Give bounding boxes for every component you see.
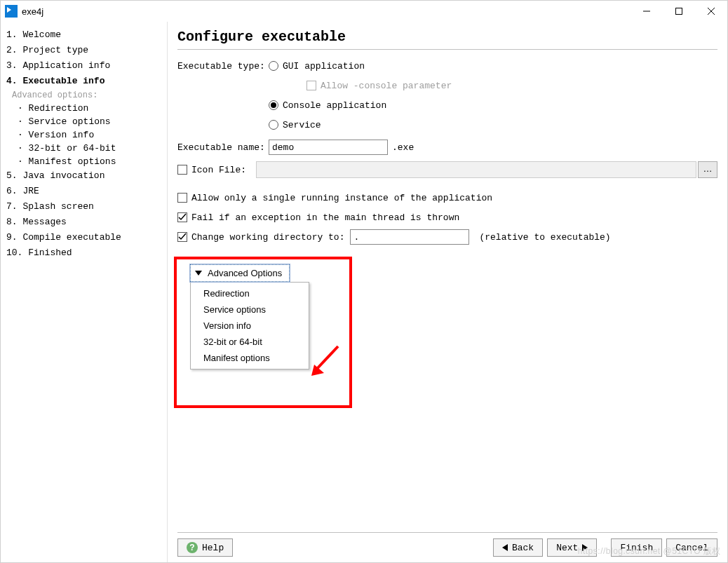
help-button[interactable]: ? Help <box>177 538 233 557</box>
executable-type-label: Executable type: <box>177 61 269 72</box>
exe-suffix: .exe <box>392 142 414 153</box>
step-messages[interactable]: 8. Messages <box>5 215 163 230</box>
radio-console-label: Console application <box>283 100 386 111</box>
change-working-dir-label: Change working directory to: <box>191 232 344 243</box>
help-icon: ? <box>187 542 198 553</box>
window-title: exe4j <box>22 6 43 17</box>
cancel-button[interactable]: Cancel <box>666 538 717 557</box>
single-instance-label: Allow only a single running instance of … <box>191 193 492 203</box>
back-button[interactable]: Back <box>493 538 543 557</box>
checkbox-allow-console-param <box>306 81 316 90</box>
menu-item-version-info[interactable]: Version info <box>191 318 309 334</box>
radio-service-label: Service <box>283 120 321 130</box>
checkbox-icon-file[interactable] <box>177 165 187 175</box>
checkbox-single-instance[interactable] <box>177 193 187 203</box>
step-compile-executable[interactable]: 9. Compile executable <box>5 230 163 245</box>
icon-file-browse-button[interactable]: … <box>698 161 717 178</box>
page-title: Configure executable <box>177 27 717 50</box>
finish-button[interactable]: Finish <box>611 538 662 557</box>
maximize-button[interactable] <box>663 1 695 22</box>
executable-name-input[interactable] <box>269 140 388 155</box>
step-application-info[interactable]: 3. Application info <box>5 58 163 74</box>
relative-hint: (relative to executable) <box>479 232 610 243</box>
app-icon <box>5 5 18 18</box>
wizard-steps-sidebar: 1. Welcome 2. Project type 3. Applicatio… <box>1 22 168 562</box>
triangle-left-icon <box>502 544 508 551</box>
checkbox-change-working-dir[interactable] <box>177 232 187 242</box>
application-window: exe4j 1. Welcome 2. Project type 3. Appl… <box>0 0 728 563</box>
advanced-options-menu: Redirection Service options Version info… <box>190 282 309 369</box>
wizard-footer: ? Help Back Next Finish Cancel <box>177 532 717 559</box>
close-button[interactable] <box>695 1 727 22</box>
titlebar: exe4j <box>1 1 727 22</box>
executable-name-label: Executable name: <box>177 142 269 153</box>
step-jre[interactable]: 6. JRE <box>5 184 163 199</box>
menu-item-32bit-64bit[interactable]: 32-bit or 64-bit <box>191 334 309 350</box>
step-java-invocation[interactable]: 5. Java invocation <box>5 168 163 184</box>
working-dir-input[interactable] <box>350 229 469 245</box>
executable-form: Executable type: GUI application Allow -… <box>177 57 717 369</box>
radio-console-application[interactable] <box>269 100 278 110</box>
substep-manifest-options[interactable]: · Manifest options <box>5 155 163 168</box>
triangle-down-icon <box>195 271 202 276</box>
main-panel: Configure executable Executable type: GU… <box>168 22 727 562</box>
step-project-type[interactable]: 2. Project type <box>5 43 163 58</box>
window-controls <box>631 1 727 22</box>
next-button[interactable]: Next <box>547 538 597 557</box>
step-finished[interactable]: 10. Finished <box>5 245 163 261</box>
radio-gui-label: GUI application <box>283 61 365 72</box>
advanced-options-label: Advanced Options <box>208 268 282 278</box>
step-executable-info[interactable]: 4. Executable info <box>5 74 163 89</box>
icon-file-label: Icon File: <box>191 165 246 175</box>
checkbox-fail-exception[interactable] <box>177 212 187 222</box>
radio-gui-application[interactable] <box>269 61 278 71</box>
step-splash-screen[interactable]: 7. Splash screen <box>5 199 163 215</box>
menu-item-service-options[interactable]: Service options <box>191 301 309 318</box>
substep-32bit-64bit[interactable]: · 32-bit or 64-bit <box>5 142 163 155</box>
minimize-button[interactable] <box>631 1 663 22</box>
substep-service-options[interactable]: · Service options <box>5 115 163 128</box>
icon-file-path-input <box>256 161 696 178</box>
menu-item-redirection[interactable]: Redirection <box>191 285 309 301</box>
menu-item-manifest-options[interactable]: Manifest options <box>191 350 309 366</box>
allow-console-label: Allow -console parameter <box>321 81 452 91</box>
step-welcome[interactable]: 1. Welcome <box>5 27 163 43</box>
triangle-right-icon <box>582 544 588 551</box>
advanced-options-group: Advanced options: <box>5 89 163 102</box>
advanced-options-button[interactable]: Advanced Options <box>190 264 290 282</box>
radio-service[interactable] <box>269 120 278 130</box>
substep-redirection[interactable]: · Redirection <box>5 102 163 115</box>
fail-exception-label: Fail if an exception in the main thread … <box>191 212 459 223</box>
substep-version-info[interactable]: · Version info <box>5 128 163 142</box>
svg-rect-1 <box>676 8 682 15</box>
